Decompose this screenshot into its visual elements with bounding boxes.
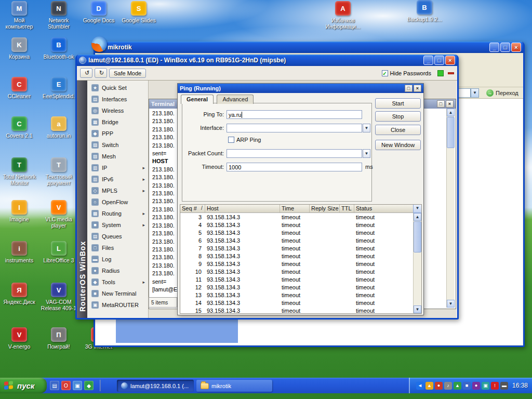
address-dropdown-icon[interactable]: ▼ <box>471 88 479 98</box>
minimize-button[interactable]: _ <box>423 56 433 65</box>
table-row[interactable]: 9 93.158.134.3 timeout timeout <box>180 260 413 268</box>
sidebar-menu-item[interactable]: ◆ Tools ▸ <box>87 276 148 288</box>
tray-icon[interactable]: ▲ <box>454 382 461 390</box>
quick-launch-icon[interactable]: O <box>61 381 71 390</box>
column-header[interactable]: Time <box>280 205 310 212</box>
table-row[interactable]: 10 93.158.134.3 timeout timeout <box>180 268 413 275</box>
winbox-titlebar[interactable]: lamut@192.168.0.1 (ED) - WinBox v6.19 on… <box>77 55 457 66</box>
desktop-icon[interactable]: Я Яндекс.Диск <box>0 283 38 305</box>
desktop-icon[interactable]: i instruments <box>0 241 38 263</box>
packet-count-combo[interactable] <box>227 149 362 158</box>
sidebar-menu-item[interactable]: ◆ PPP <box>87 128 148 139</box>
tray-icon[interactable]: ▲ <box>425 382 433 390</box>
safe-mode-button[interactable]: Safe Mode <box>109 69 146 78</box>
close-button[interactable]: × <box>414 85 421 92</box>
desktop-icon[interactable]: V VLC media player <box>39 200 78 229</box>
desktop-icon[interactable]: a autorun.in <box>39 116 78 139</box>
start-button[interactable]: пуск <box>0 378 47 393</box>
close-button[interactable]: × <box>445 56 455 65</box>
close-button[interactable]: × <box>511 43 521 52</box>
sidebar-menu-item[interactable]: ▥ IPv6 ▸ <box>87 174 148 185</box>
column-header[interactable]: Reply Size <box>310 205 340 212</box>
sidebar-menu-item[interactable]: ■ System ▸ <box>87 219 148 231</box>
hide-passwords-checkbox[interactable]: ✓ <box>382 70 388 76</box>
sidebar-menu-item[interactable]: ▤ Interfaces <box>87 94 148 105</box>
desktop-icon[interactable]: L LibreOffice 3 <box>39 241 78 263</box>
sidebar-menu-item[interactable]: ● Radius <box>87 265 148 276</box>
sidebar-menu-item[interactable]: ◇ MPLS ▸ <box>87 185 148 196</box>
sidebar-menu-item[interactable]: ○ OpenFlow <box>87 196 148 208</box>
ping-to-input[interactable]: ya.ru <box>227 110 362 119</box>
sidebar-menu-item[interactable]: ▤ Queues <box>87 231 148 242</box>
go-button[interactable]: → Переход <box>482 88 523 98</box>
tray-icon[interactable]: ! <box>491 382 499 390</box>
sidebar-menu-item[interactable]: ▣ MetaROUTER <box>87 299 148 311</box>
desktop-icon[interactable]: K Корзина <box>0 37 38 60</box>
table-row[interactable]: 14 93.158.134.3 timeout timeout <box>180 299 413 307</box>
table-filter-icon[interactable]: ▼ <box>413 205 421 213</box>
interface-combo[interactable] <box>227 124 362 132</box>
table-row[interactable]: 8 93.158.134.3 timeout timeout <box>180 252 413 260</box>
ping-dialog[interactable]: Ping (Running) □ × General Advanced Ping… <box>177 83 424 315</box>
new-window-button[interactable]: New Window <box>375 140 421 150</box>
desktop-icon[interactable]: T Total Network Monitor <box>0 157 38 186</box>
desktop-icon[interactable]: M Мой компьютер <box>0 1 38 30</box>
sidebar-menu-item[interactable]: ▧ Switch <box>87 139 148 151</box>
minimize-button[interactable]: _ <box>489 43 499 52</box>
desktop-icon[interactable]: N Network Stumbler <box>39 1 78 30</box>
sidebar-menu-item[interactable]: ★ Quick Set <box>87 82 148 94</box>
tray-icon[interactable]: ■ <box>463 382 471 390</box>
scroll-up-icon[interactable]: ▲ <box>447 109 455 116</box>
desktop-icon[interactable]: B Backup1.9.2... <box>403 0 446 22</box>
desktop-icon[interactable]: V V-energo <box>0 327 38 350</box>
tray-icon[interactable]: ♪ <box>444 382 452 390</box>
desktop-icon[interactable]: V VAG-COM Release 409-1 <box>39 283 78 311</box>
scroll-up-icon[interactable]: ▲ <box>414 213 421 221</box>
tray-icon[interactable]: ● <box>435 382 443 390</box>
table-row[interactable]: 3 93.158.134.3 timeout timeout <box>180 213 413 221</box>
tray-icon[interactable]: ▣ <box>482 382 489 390</box>
desktop-icon[interactable]: S Google Slides <box>119 1 158 23</box>
sidebar-menu-item[interactable]: ▦ Bridge <box>87 116 148 128</box>
sidebar-menu-item[interactable]: □ Files <box>87 242 148 254</box>
table-row[interactable]: 5 93.158.134.3 timeout timeout <box>180 229 413 236</box>
table-row[interactable]: 6 93.158.134.3 timeout timeout <box>180 236 413 244</box>
maximize-button[interactable]: □ <box>500 43 510 52</box>
quick-launch-icon[interactable]: ◆ <box>84 381 94 390</box>
tab-advanced[interactable]: Advanced <box>217 95 254 104</box>
redo-icon[interactable]: ↻ <box>95 68 107 78</box>
sidebar-menu-item[interactable]: ▩ Routing ▸ <box>87 208 148 219</box>
taskbar-task-winbox[interactable]: lamut@192.168.0.1 (... <box>117 380 194 392</box>
desktop-icon[interactable]: D Google Docs <box>79 1 118 23</box>
close-button[interactable]: Close <box>375 125 421 135</box>
explorer-titlebar[interactable]: mikrotik _ □ × <box>95 42 523 53</box>
table-row[interactable]: 15 93.158.134.3 timeout timeout <box>180 307 413 313</box>
undo-icon[interactable]: ↺ <box>80 68 92 78</box>
close-button[interactable]: × <box>446 100 454 108</box>
sidebar-menu-item[interactable]: ◎ Wireless <box>87 105 148 116</box>
scrollbar-thumb[interactable] <box>414 221 421 252</box>
tray-icon[interactable]: ● <box>472 382 480 390</box>
tray-icon[interactable]: ▬ <box>500 382 508 390</box>
desktop-icon[interactable]: C CCleaner <box>0 77 38 99</box>
maximize-button[interactable]: □ <box>434 56 444 65</box>
quick-launch-icon[interactable]: ▣ <box>73 381 82 390</box>
winbox-window[interactable]: lamut@192.168.0.1 (ED) - WinBox v6.19 on… <box>75 55 459 320</box>
column-header[interactable]: TTL <box>340 205 354 212</box>
firefox-icon[interactable] <box>91 36 107 52</box>
ping-dialog-titlebar[interactable]: Ping (Running) □ × <box>178 84 423 93</box>
desktop-icon[interactable]: I Imagine <box>0 200 38 222</box>
desktop-icon[interactable]: Т Текстовый документ <box>39 157 78 186</box>
timeout-input[interactable]: 1000 <box>227 163 362 171</box>
table-row[interactable]: 13 93.158.134.3 timeout timeout <box>180 291 413 299</box>
column-header[interactable]: Host <box>205 205 280 212</box>
start-button[interactable]: Start <box>375 98 421 109</box>
tab-general[interactable]: General <box>181 95 214 104</box>
interface-dropdown-icon[interactable]: ▼ <box>363 124 370 132</box>
tray-icon[interactable]: ◄ <box>416 382 424 390</box>
packet-count-dropdown-icon[interactable]: ▼ <box>363 149 370 158</box>
sidebar-menu-item[interactable]: ▥ IP ▸ <box>87 162 148 174</box>
column-header[interactable]: Status <box>354 205 413 212</box>
table-scrollbar[interactable]: ▲ ▼ <box>413 213 421 313</box>
restore-button[interactable]: □ <box>437 100 445 108</box>
